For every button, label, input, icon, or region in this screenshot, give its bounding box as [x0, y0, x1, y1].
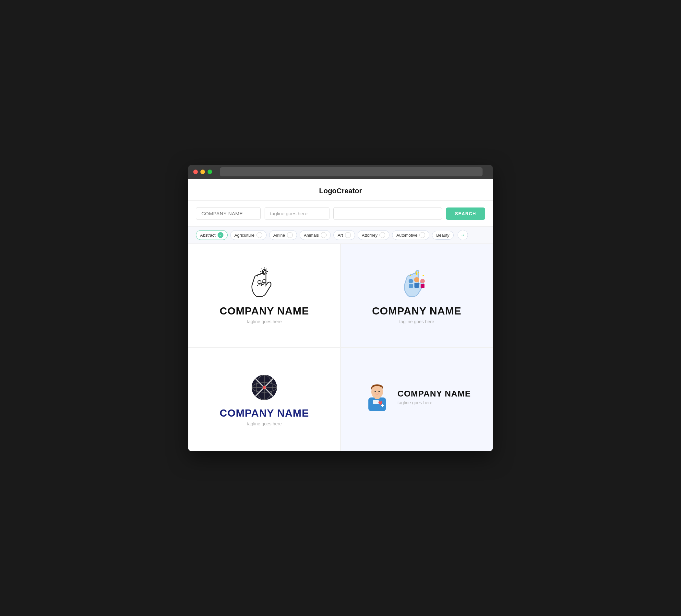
filter-label-agriculture: Agriculture	[234, 233, 255, 238]
svg-rect-17	[421, 284, 425, 288]
svg-rect-13	[409, 284, 413, 288]
filter-chip-agriculture[interactable]: Agriculture	[230, 230, 267, 240]
svg-point-31	[263, 386, 266, 389]
maximize-button[interactable]	[207, 170, 212, 174]
search-button[interactable]: SEARCH	[446, 207, 485, 220]
filter-bar: Abstract ✓ Agriculture Airline Animals A…	[188, 226, 493, 244]
check-icon-animals	[321, 232, 327, 238]
logo4-text: COMPANY NAME tagline goes here	[398, 389, 471, 405]
svg-line-6	[266, 273, 267, 274]
close-button[interactable]	[193, 170, 198, 174]
filter-next-button[interactable]: →	[458, 230, 468, 240]
filter-chip-attorney[interactable]: Attorney	[358, 230, 389, 240]
check-icon-abstract: ✓	[218, 232, 223, 238]
svg-point-18	[409, 275, 411, 276]
svg-line-7	[266, 268, 267, 269]
logo-tagline-3: tagline goes here	[247, 421, 281, 426]
filter-label-animals: Animals	[304, 233, 319, 238]
url-bar[interactable]	[220, 167, 482, 176]
filter-label-art: Art	[337, 233, 343, 238]
filter-chip-abstract[interactable]: Abstract ✓	[196, 230, 228, 240]
svg-point-16	[420, 279, 425, 283]
filter-label-abstract: Abstract	[200, 233, 216, 238]
tagline-input[interactable]	[264, 207, 329, 220]
logo-card-4[interactable]: COMPANY NAME tagline goes here	[340, 348, 493, 451]
filter-label-beauty: Beauty	[436, 233, 449, 238]
logo-icon-1	[245, 267, 284, 300]
logo-company-name-3: COMPANY NAME	[220, 407, 309, 419]
search-bar: SEARCH	[188, 201, 493, 226]
check-icon-airline	[287, 232, 293, 238]
company-name-input[interactable]	[196, 207, 261, 220]
logo-card-2[interactable]: COMPANY NAME tagline goes here	[340, 244, 493, 348]
svg-rect-41	[381, 405, 384, 406]
logo-company-name-4: COMPANY NAME	[398, 389, 471, 399]
filter-label-automotive: Automotive	[396, 233, 418, 238]
browser-titlebar	[188, 165, 493, 179]
app-content: LogoCreator SEARCH Abstract ✓ Agricultur…	[188, 179, 493, 451]
logo-grid: COMPANY NAME tagline goes here	[188, 244, 493, 451]
minimize-button[interactable]	[200, 170, 205, 174]
app-header: LogoCreator	[188, 179, 493, 201]
svg-point-20	[423, 275, 424, 276]
svg-point-34	[371, 385, 383, 399]
filter-chip-animals[interactable]: Animals	[300, 230, 331, 240]
filter-chip-automotive[interactable]: Automotive	[392, 230, 429, 240]
logo-tagline-4: tagline goes here	[398, 400, 471, 405]
logo-company-name-1: COMPANY NAME	[220, 305, 309, 317]
svg-point-9	[258, 280, 261, 284]
app-title: LogoCreator	[319, 187, 362, 195]
filter-label-airline: Airline	[273, 233, 285, 238]
filter-chip-art[interactable]: Art	[333, 230, 355, 240]
check-icon-automotive	[419, 232, 425, 238]
check-icon-attorney	[379, 232, 385, 238]
svg-rect-15	[414, 283, 419, 288]
logo-card-1[interactable]: COMPANY NAME tagline goes here	[188, 244, 340, 348]
logo-card-3[interactable]: COMPANY NAME tagline goes here	[188, 348, 340, 451]
svg-point-19	[416, 273, 418, 275]
logo-icon-4: COMPANY NAME tagline goes here	[362, 381, 471, 413]
svg-point-12	[409, 279, 413, 283]
check-icon-art	[345, 232, 351, 238]
logo-tagline-1: tagline goes here	[247, 319, 281, 324]
svg-point-14	[414, 277, 419, 282]
check-icon-agriculture	[256, 232, 262, 238]
logo-icon-2	[397, 267, 436, 300]
logo-tagline-2: tagline goes here	[399, 319, 434, 324]
svg-line-23	[415, 272, 415, 273]
keyword-input[interactable]	[333, 207, 442, 220]
svg-point-35	[375, 391, 376, 392]
filter-chip-airline[interactable]: Airline	[269, 230, 297, 240]
browser-window: LogoCreator SEARCH Abstract ✓ Agricultur…	[188, 165, 493, 451]
filter-chip-beauty[interactable]: Beauty	[432, 231, 453, 239]
filter-label-attorney: Attorney	[362, 233, 377, 238]
logo-company-name-2: COMPANY NAME	[372, 305, 461, 317]
svg-point-36	[378, 391, 380, 392]
svg-line-5	[262, 268, 262, 269]
logo-icon-3	[250, 373, 279, 402]
